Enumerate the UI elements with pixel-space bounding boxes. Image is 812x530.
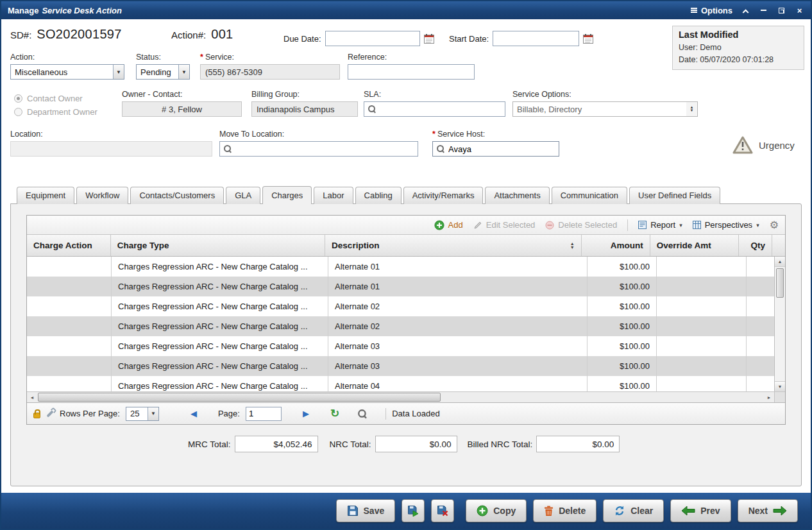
vertical-scrollbar[interactable]: ▲ ▼ xyxy=(774,257,785,391)
table-row[interactable]: Charges Regression ARC - New Charge Cata… xyxy=(27,356,785,376)
department-owner-option: Department Owner xyxy=(14,107,97,117)
service-host-input[interactable] xyxy=(448,142,555,156)
column-header-filler xyxy=(772,235,785,256)
mrc-total-label: MRC Total: xyxy=(188,440,231,449)
cell-charge-type: Charges Regression ARC - New Charge Cata… xyxy=(112,257,328,277)
column-header-description[interactable]: Description ▲▼ xyxy=(325,235,582,256)
due-date-input[interactable] xyxy=(325,31,420,46)
tab-communication[interactable]: Communication xyxy=(552,187,627,204)
table-row[interactable]: Charges Regression ARC - New Charge Cata… xyxy=(27,257,785,277)
move-to-location-input[interactable] xyxy=(235,142,414,156)
options-button[interactable]: Options xyxy=(691,6,732,15)
collapse-button[interactable] xyxy=(741,5,750,15)
wrench-icon[interactable] xyxy=(46,410,53,417)
due-date-calendar-button[interactable] xyxy=(424,34,434,44)
sla-input[interactable] xyxy=(380,102,501,116)
save-button[interactable]: Save xyxy=(336,499,396,522)
service-value-field: (555) 867-5309 xyxy=(200,64,340,80)
triangle-down-icon: ▼ xyxy=(778,384,782,389)
service-host-field[interactable] xyxy=(432,141,559,157)
billed-nrc-total-label: Billed NRC Total: xyxy=(468,440,533,449)
start-date-calendar-button[interactable] xyxy=(583,34,593,44)
tab-activity-remarks[interactable]: Activity/Remarks xyxy=(403,187,484,204)
delete-selected-button: Delete Selected xyxy=(545,220,617,230)
prev-button[interactable]: Prev xyxy=(670,499,731,522)
tab-user-defined-fields[interactable]: User Defined Fields xyxy=(629,187,720,204)
move-to-location-field[interactable] xyxy=(219,141,418,157)
report-button[interactable]: Report ▾ xyxy=(638,220,682,230)
sd-value: SO202001597 xyxy=(37,27,121,42)
edit-pencil-icon xyxy=(473,221,482,230)
clear-button[interactable]: Clear xyxy=(603,499,664,522)
table-row[interactable]: Charges Regression ARC - New Charge Cata… xyxy=(27,296,785,316)
scroll-left-button[interactable]: ◄ xyxy=(27,392,37,402)
status-select[interactable]: Pending ▼ xyxy=(136,64,190,80)
perspectives-icon xyxy=(693,221,701,229)
arrow-right-icon xyxy=(773,506,787,516)
service-label: *Service: xyxy=(200,53,340,62)
gear-icon[interactable]: ⚙ xyxy=(770,220,779,230)
delete-selected-label: Delete Selected xyxy=(558,220,617,230)
action-select[interactable]: Miscellaneous ▼ xyxy=(10,64,124,80)
column-header-charge-type[interactable]: Charge Type xyxy=(111,235,325,256)
tab-equipment[interactable]: Equipment xyxy=(17,187,74,204)
save-and-continue-button[interactable] xyxy=(402,499,425,522)
cell-charge-action xyxy=(27,316,112,336)
reference-input[interactable] xyxy=(348,64,475,80)
scroll-down-button[interactable]: ▼ xyxy=(775,381,785,391)
tab-gla[interactable]: GLA xyxy=(226,187,260,204)
table-row[interactable]: Charges Regression ARC - New Charge Cata… xyxy=(27,316,785,336)
vertical-scroll-thumb[interactable] xyxy=(776,268,784,298)
sla-label: SLA: xyxy=(364,90,505,99)
rows-per-page-select[interactable]: 25 ▼ xyxy=(126,407,159,421)
copy-button[interactable]: Copy xyxy=(466,499,527,522)
horizontal-scroll-thumb[interactable] xyxy=(38,393,441,402)
last-modified-user: User: Demo xyxy=(679,42,798,54)
service-options-select[interactable]: Billable, Directory ▲▼ xyxy=(512,101,698,117)
tab-workflow[interactable]: Workflow xyxy=(76,187,128,204)
previous-page-button[interactable]: ◀ xyxy=(189,409,199,418)
scroll-right-button[interactable]: ► xyxy=(764,392,774,402)
column-header-amount[interactable]: Amount xyxy=(582,235,650,256)
horizontal-scrollbar[interactable]: ◄ ► xyxy=(27,391,785,402)
popout-button[interactable] xyxy=(777,5,786,15)
tab-cabling[interactable]: Cabling xyxy=(355,187,402,204)
page-number-input[interactable] xyxy=(246,407,282,421)
sort-icon: ▲▼ xyxy=(565,242,575,250)
tab-labor[interactable]: Labor xyxy=(314,187,353,204)
minimize-button[interactable] xyxy=(759,5,768,15)
dropdown-arrow-icon: ▼ xyxy=(113,65,124,79)
cell-override-amt xyxy=(657,376,747,391)
table-row[interactable]: Charges Regression ARC - New Charge Cata… xyxy=(27,336,785,356)
save-and-close-button[interactable] xyxy=(431,499,454,522)
search-icon[interactable] xyxy=(358,409,367,418)
scroll-up-button[interactable]: ▲ xyxy=(775,257,785,267)
urgency-indicator[interactable]: Urgency xyxy=(732,136,795,154)
table-row[interactable]: Charges Regression ARC - New Charge Cata… xyxy=(27,376,785,391)
column-header-override-amt[interactable]: Override Amt xyxy=(650,235,740,256)
sla-search-field[interactable] xyxy=(364,101,505,117)
copy-label: Copy xyxy=(493,506,516,516)
refresh-icon[interactable]: ↻ xyxy=(330,408,339,419)
perspectives-button[interactable]: Perspectives ▾ xyxy=(693,220,759,230)
delete-button[interactable]: Delete xyxy=(533,499,596,522)
tab-attachments[interactable]: Attachments xyxy=(485,187,549,204)
column-header-qty[interactable]: Qty xyxy=(739,235,772,256)
cell-amount: $100.00 xyxy=(588,257,657,277)
lock-icon[interactable] xyxy=(33,413,40,418)
grid-toolbar: Add Edit Selected Delete Selected Report… xyxy=(27,216,785,235)
table-row[interactable]: Charges Regression ARC - New Charge Cata… xyxy=(27,277,785,296)
start-date-input[interactable] xyxy=(493,31,579,46)
urgency-label: Urgency xyxy=(759,140,795,151)
tab-contacts-customers[interactable]: Contacts/Customers xyxy=(130,187,224,204)
mrc-total-value: $4,052.46 xyxy=(235,436,318,452)
next-page-button[interactable]: ▶ xyxy=(301,409,311,418)
column-header-charge-action[interactable]: Charge Action xyxy=(27,235,111,256)
add-button[interactable]: Add xyxy=(434,220,463,230)
reference-field-group: Reference: xyxy=(348,53,475,80)
next-button[interactable]: Next xyxy=(738,499,798,522)
close-button[interactable]: × xyxy=(795,5,804,15)
tab-charges[interactable]: Charges xyxy=(262,186,312,204)
rows-per-page-value: 25 xyxy=(126,407,148,420)
cell-charge-action xyxy=(27,277,112,296)
